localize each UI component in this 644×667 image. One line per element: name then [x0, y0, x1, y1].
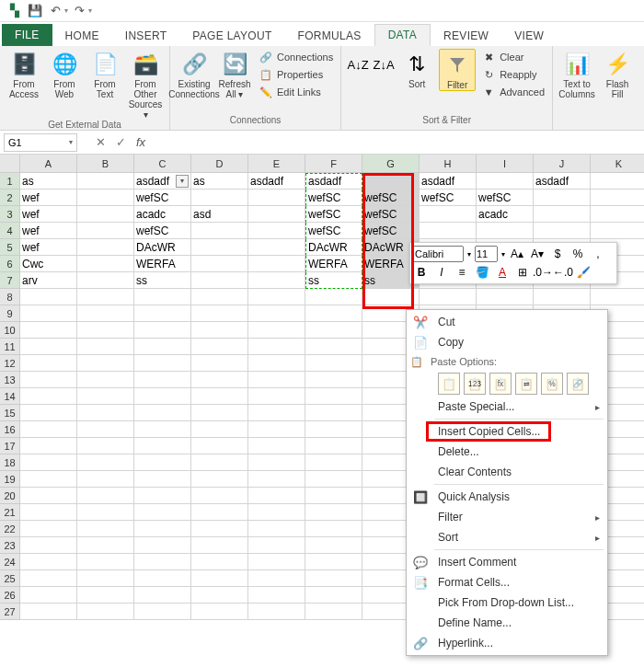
cell-B12[interactable] — [77, 355, 134, 372]
tab-insert[interactable]: INSERT — [112, 26, 180, 46]
name-box[interactable]: G1▾ — [4, 133, 77, 152]
cell-F7[interactable]: ss — [305, 272, 362, 289]
cell-B1[interactable] — [77, 173, 134, 190]
cell-A24[interactable] — [20, 554, 77, 570]
cell-A19[interactable] — [20, 471, 77, 488]
cell-G1[interactable] — [362, 173, 420, 190]
cell-B2[interactable] — [77, 190, 134, 206]
cell-E9[interactable] — [248, 305, 305, 322]
ctx-pick-dropdown[interactable]: Pick From Drop-down List... — [407, 592, 607, 613]
cell-I8[interactable] — [477, 289, 534, 305]
cell-B17[interactable] — [77, 438, 134, 454]
cell-C4[interactable]: wefSC — [134, 223, 191, 239]
ctx-sort[interactable]: Sort▸ — [407, 527, 607, 547]
cell-F17[interactable] — [305, 438, 362, 454]
row-header-21[interactable]: 21 — [0, 504, 20, 521]
cell-C20[interactable] — [134, 488, 191, 504]
cell-C18[interactable] — [134, 454, 191, 471]
row-header-17[interactable]: 17 — [0, 438, 20, 454]
border-icon[interactable]: ⊞ — [514, 264, 531, 281]
cell-D24[interactable] — [191, 554, 248, 570]
cell-F9[interactable] — [305, 305, 362, 322]
sort-button[interactable]: ⇅ Sort — [398, 49, 435, 100]
col-header-A[interactable]: A — [20, 155, 77, 173]
row-header-10[interactable]: 10 — [0, 322, 20, 339]
cell-A13[interactable] — [20, 372, 77, 388]
cell-B6[interactable] — [77, 256, 134, 272]
undo-icon[interactable]: ↶ — [46, 2, 64, 20]
cell-A10[interactable] — [20, 322, 77, 339]
cell-D22[interactable] — [191, 521, 248, 537]
format-painter-icon[interactable]: 🖌️ — [575, 264, 592, 281]
select-all-corner[interactable] — [0, 155, 20, 173]
tab-home[interactable]: HOME — [52, 26, 112, 46]
cell-A20[interactable] — [20, 488, 77, 504]
cell-C12[interactable] — [134, 355, 191, 372]
cell-F16[interactable] — [305, 421, 362, 438]
col-header-G[interactable]: G — [362, 155, 420, 173]
cell-B14[interactable] — [77, 388, 134, 405]
cancel-icon[interactable]: ✕ — [90, 135, 110, 149]
cell-C14[interactable] — [134, 388, 191, 405]
ctx-paste-special[interactable]: Paste Special...▸ — [407, 397, 607, 417]
paste-option-link[interactable]: 🔗 — [567, 373, 589, 395]
cell-A8[interactable] — [20, 289, 77, 305]
from-access-button[interactable]: 🗄️ From Access — [6, 49, 42, 120]
cell-E15[interactable] — [248, 405, 305, 421]
cell-H3[interactable] — [420, 206, 477, 223]
tab-formulas[interactable]: FORMULAS — [285, 26, 374, 46]
cell-C7[interactable]: ss — [134, 272, 191, 289]
cell-B8[interactable] — [77, 289, 134, 305]
col-header-I[interactable]: I — [477, 155, 534, 173]
chevron-down-icon[interactable]: ▾ — [69, 138, 73, 146]
cell-F3[interactable]: wefSC — [305, 206, 362, 223]
cell-D2[interactable] — [191, 190, 248, 206]
row-header-20[interactable]: 20 — [0, 488, 20, 504]
cell-D3[interactable]: asd — [191, 206, 248, 223]
cell-E7[interactable] — [248, 272, 305, 289]
cell-E21[interactable] — [248, 504, 305, 521]
cell-A4[interactable]: wef — [20, 223, 77, 239]
percent-icon[interactable]: % — [569, 246, 586, 262]
row-header-2[interactable]: 2 — [0, 190, 20, 206]
refresh-all-button[interactable]: 🔄 Refresh All ▾ — [216, 49, 253, 100]
ctx-insert-copied-cells[interactable]: Insert Copied Cells... — [407, 421, 607, 442]
cell-E8[interactable] — [248, 289, 305, 305]
cell-E22[interactable] — [248, 521, 305, 537]
cell-D4[interactable] — [191, 223, 248, 239]
cell-F21[interactable] — [305, 504, 362, 521]
font-family-select[interactable] — [413, 246, 464, 262]
cell-A18[interactable] — [20, 454, 77, 471]
increase-decimal-icon[interactable]: .0→ — [535, 264, 551, 281]
cell-K3[interactable] — [591, 206, 644, 223]
ctx-hyperlink[interactable]: 🔗Hyperlink... — [407, 633, 607, 653]
cell-D15[interactable] — [191, 405, 248, 421]
cell-E2[interactable] — [248, 190, 305, 206]
cell-D10[interactable] — [191, 322, 248, 339]
cell-E16[interactable] — [248, 421, 305, 438]
row-header-12[interactable]: 12 — [0, 355, 20, 372]
ctx-clear-contents[interactable]: Clear Contents — [407, 462, 607, 482]
cell-D11[interactable] — [191, 339, 248, 355]
ctx-filter[interactable]: Filter▸ — [407, 507, 607, 527]
cell-E17[interactable] — [248, 438, 305, 454]
row-header-24[interactable]: 24 — [0, 554, 20, 570]
paste-option-transpose[interactable]: ⇄ — [515, 373, 537, 395]
cell-F22[interactable] — [305, 521, 362, 537]
font-color-icon[interactable]: A — [494, 264, 511, 281]
cell-E11[interactable] — [248, 339, 305, 355]
cell-F20[interactable] — [305, 488, 362, 504]
cell-F18[interactable] — [305, 454, 362, 471]
cell-E3[interactable] — [248, 206, 305, 223]
cell-E23[interactable] — [248, 537, 305, 554]
fill-color-icon[interactable]: 🪣 — [474, 264, 490, 281]
cell-E24[interactable] — [248, 554, 305, 570]
cell-C16[interactable] — [134, 421, 191, 438]
from-text-button[interactable]: 📄 From Text — [86, 49, 123, 120]
cell-F25[interactable] — [305, 570, 362, 587]
cell-F14[interactable] — [305, 388, 362, 405]
cell-D18[interactable] — [191, 454, 248, 471]
cell-C2[interactable]: wefSC — [134, 190, 191, 206]
cell-F24[interactable] — [305, 554, 362, 570]
cell-A27[interactable] — [20, 604, 77, 620]
